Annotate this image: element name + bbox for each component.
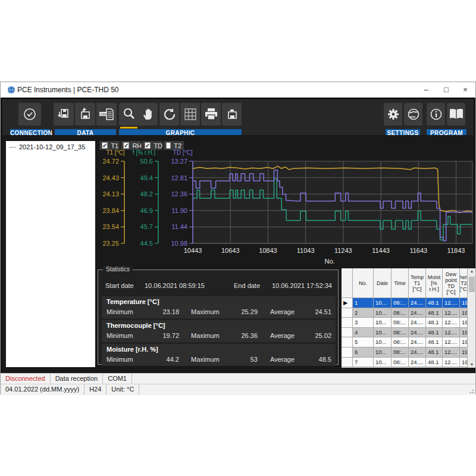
cell-0: 10... xyxy=(374,337,392,347)
statusbar-connection: DisconnectedData receptionCOM1 xyxy=(1,373,475,384)
active-tool-underline xyxy=(120,127,137,129)
scroll-down-button[interactable]: ▼ xyxy=(468,362,476,367)
svg-text:24.13: 24.13 xyxy=(102,190,119,198)
grid-button[interactable] xyxy=(180,103,200,126)
minimum-label: Minimum xyxy=(107,356,133,363)
table-row[interactable]: 310...08:...24....48.112....19.... xyxy=(342,318,467,328)
column-header-4[interactable]: Moist [% r.H.] xyxy=(426,268,443,298)
cell-1: 08:... xyxy=(392,328,409,338)
minimize-button[interactable]: – xyxy=(417,83,435,96)
scrollbar-thumb[interactable] xyxy=(469,277,475,292)
unit-status: Unit: °C xyxy=(107,384,139,394)
svg-text:50.6: 50.6 xyxy=(140,158,153,165)
average-value: 24.51 xyxy=(305,308,331,315)
svg-text:10443: 10443 xyxy=(184,247,202,254)
svg-text:11043: 11043 xyxy=(297,247,315,254)
zoom-magnifier-icon xyxy=(121,107,137,122)
cell-2: 24.... xyxy=(409,337,426,347)
info-button[interactable] xyxy=(427,103,445,126)
series-checkbox-t2[interactable]: T2 xyxy=(164,141,184,150)
table-row[interactable]: 610...08:...24....48.112....19.... xyxy=(342,347,467,358)
average-value: 48.5 xyxy=(305,356,331,363)
zoom-magnifier-button[interactable] xyxy=(119,103,139,126)
pan-hand-button[interactable] xyxy=(138,103,158,126)
svg-text:11643: 11643 xyxy=(409,247,427,254)
svg-text:10843: 10843 xyxy=(259,247,277,254)
column-header-5[interactable]: Dew point TD [°C] xyxy=(443,268,460,298)
gear-icon xyxy=(386,107,400,121)
cell-2: 24.... xyxy=(409,308,426,318)
minimum-value: 44.2 xyxy=(152,356,179,363)
maximum-value: 53 xyxy=(231,356,258,363)
language-globe-button[interactable] xyxy=(404,103,422,126)
close-button[interactable]: × xyxy=(456,83,474,96)
axis-title-0: T1 [°C] xyxy=(101,149,130,156)
series-checkbox-td[interactable]: ✓TD xyxy=(142,141,162,150)
maximum-label: Maximum xyxy=(191,332,220,339)
cell-2: 24.... xyxy=(409,328,426,338)
cell-1: 08:... xyxy=(392,308,409,318)
start-date-value: 10.06.2021 08:59:15 xyxy=(145,282,204,289)
reset-rotate-button[interactable] xyxy=(159,103,179,126)
cell-no: 7 xyxy=(353,358,374,368)
maximize-button[interactable]: □ xyxy=(437,83,455,96)
save-graphic-button[interactable] xyxy=(222,103,242,126)
resize-grip[interactable] xyxy=(468,388,474,393)
cell-0: 10... xyxy=(374,358,392,368)
table-row[interactable]: 410...08:...24....48.112....19.... xyxy=(342,328,467,338)
svg-text:10.98: 10.98 xyxy=(171,240,187,247)
series-checkbox-t1[interactable]: ✓T1 xyxy=(99,141,120,150)
connect-check-button[interactable] xyxy=(18,103,41,126)
table-row[interactable]: 510...08:...24....48.112....19.... xyxy=(342,337,467,347)
statistics-legend: Statistics xyxy=(103,266,133,273)
cell-0: 10... xyxy=(374,298,392,308)
save-data-button[interactable] xyxy=(54,103,74,126)
statusbar-settings: 04.01.2022 (dd.MM.yyyy)H24Unit: °C xyxy=(1,384,475,395)
table-row[interactable]: 210...08:...24....48.112....19.... xyxy=(342,308,467,318)
stat-section-title: Moisture [r.H. %] xyxy=(107,346,158,353)
svg-text:45.7: 45.7 xyxy=(140,223,153,230)
cell-4: 12.... xyxy=(443,328,460,338)
print-button[interactable] xyxy=(201,103,221,126)
average-label: Average xyxy=(270,332,295,339)
column-header-0[interactable]: No. xyxy=(353,268,374,298)
row-selector-header xyxy=(342,268,353,298)
cell-no: 3 xyxy=(353,318,374,328)
checked-checkbox-icon: ✓ xyxy=(102,142,108,149)
cell-1: 08:... xyxy=(392,298,409,308)
manual-book-button[interactable] xyxy=(447,103,465,126)
axis-title-2: TD [°C] xyxy=(168,149,198,156)
load-data-icon xyxy=(78,107,92,121)
statistics-panel: Statistics Start date10.06.2021 08:59:15… xyxy=(98,270,339,365)
table-scrollbar[interactable]: ▲▼ xyxy=(467,268,475,368)
export-csv-button[interactable]: CSV xyxy=(96,103,117,126)
minimum-label: Minimum xyxy=(107,332,133,339)
average-label: Average xyxy=(270,308,295,315)
unchecked-checkbox-icon xyxy=(166,142,171,149)
cell-2: 24.... xyxy=(409,298,426,308)
maximum-value: 25.29 xyxy=(231,308,258,315)
table-row[interactable]: ▶110...08:...24....48.112....19.8 xyxy=(342,298,467,308)
save-graphic-icon xyxy=(225,107,239,121)
end-date-value: 10.06.2021 17:52:34 xyxy=(272,282,331,289)
window-title: PCE Instruments | PCE-THD 50 xyxy=(17,86,119,94)
table-row[interactable]: 710...08:...24....48.112....19.... xyxy=(342,358,467,368)
cell-1: 08:... xyxy=(392,318,409,328)
load-data-button[interactable] xyxy=(75,103,95,126)
manual-book-icon xyxy=(448,108,465,121)
column-header-2[interactable]: Time xyxy=(392,268,409,298)
gear-button[interactable] xyxy=(384,103,402,126)
series-checkbox-rh[interactable]: ✓RH xyxy=(121,141,141,150)
tree-item-session[interactable]: 2021-10-12_09_17_35 xyxy=(6,141,95,152)
stat-section-0: Temperature [°C]Minimum23.18Maximum25.29… xyxy=(102,296,336,318)
cell-no: 4 xyxy=(353,328,374,338)
scroll-up-button[interactable]: ▲ xyxy=(468,269,476,273)
row-selector-cell xyxy=(342,358,353,368)
column-header-1[interactable]: Date xyxy=(374,268,392,298)
cell-3: 48.1 xyxy=(426,318,443,328)
column-header-3[interactable]: Temp T1 [°C] xyxy=(409,268,426,298)
value-axis-0: 24.7224.4324.1323.8423.5423.25 xyxy=(102,158,124,247)
cell-2: 24.... xyxy=(409,318,426,328)
svg-text:23.25: 23.25 xyxy=(102,240,119,247)
average-value: 25.02 xyxy=(305,332,331,339)
